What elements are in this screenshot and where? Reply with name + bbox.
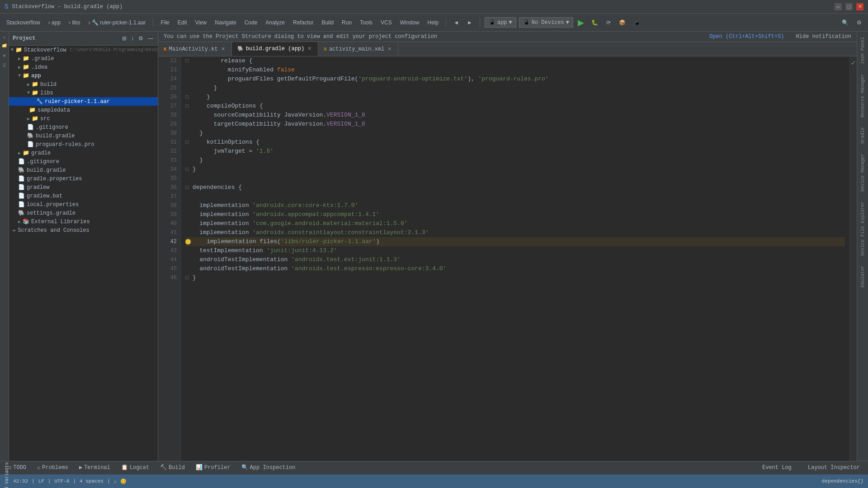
status-line-ending[interactable]: LF: [38, 479, 44, 484]
tree-item-buildgradle-app[interactable]: 🐘 build.gradle: [9, 131, 158, 140]
menu-run-btn[interactable]: Run: [339, 18, 354, 28]
bottom-tab-build[interactable]: 🔨 Build: [156, 463, 189, 473]
tree-item-proguard[interactable]: 📄 proguard-rules.pro: [9, 140, 158, 149]
menu-vcs-btn[interactable]: VCS: [378, 18, 395, 28]
tree-item-stackoverflow[interactable]: ▼ 📁 Stackoverflow C:\Users\Mobile Progra…: [9, 46, 158, 54]
tree-label-scratches: Scratches and Consoles: [18, 227, 89, 234]
project-view-type-btn[interactable]: ⊞: [121, 34, 127, 42]
device-icon: 📱: [523, 19, 530, 26]
linenum-39: 39: [162, 210, 177, 219]
tree-item-gradlew[interactable]: 📄 gradlew: [9, 183, 158, 192]
menu-tools-btn[interactable]: Tools: [357, 18, 375, 28]
tree-item-src[interactable]: ▶ 📁 src: [9, 114, 158, 123]
tab-close-activitymain[interactable]: ✕: [387, 46, 392, 52]
tree-item-local-props[interactable]: 📄 local.properties: [9, 200, 158, 209]
linenum-22: 22: [162, 56, 177, 66]
minimize-button[interactable]: ─: [835, 3, 842, 10]
menu-window-btn[interactable]: Window: [397, 18, 422, 28]
tree-label-idea: .idea: [31, 64, 47, 70]
tree-item-buildgradle-root[interactable]: 🐘 build.gradle: [9, 166, 158, 174]
status-encoding[interactable]: UTF-8: [54, 479, 69, 484]
tab-close-buildgradle[interactable]: ✕: [307, 46, 312, 52]
notification-open-link[interactable]: Open (Ctrl+Alt+Shift+S): [709, 33, 784, 40]
bottom-tab-appinspection[interactable]: 🔍 App Inspection: [237, 463, 300, 473]
left-icon-2[interactable]: 📁: [2, 43, 7, 49]
right-panel-gradle[interactable]: Gradle: [860, 126, 865, 145]
code-editor[interactable]: 22 23 24 25 26 27 28 29 30 31 32 33 34 3…: [158, 56, 857, 461]
app-selector[interactable]: 📱 app ▼: [485, 17, 516, 28]
sync-button[interactable]: ⟳: [604, 18, 613, 28]
search-everywhere-button[interactable]: 🔍: [839, 18, 851, 28]
tab-icon-xml: X: [324, 47, 327, 52]
sdk-manager-button[interactable]: 📦: [616, 18, 628, 28]
close-button[interactable]: ✕: [856, 3, 863, 10]
appinspection-label: App Inspection: [250, 465, 296, 471]
right-panel-emulator[interactable]: Emulator: [860, 264, 865, 289]
tree-item-gitignore-app[interactable]: 📄 .gitignore: [9, 123, 158, 131]
menu-refactor-btn[interactable]: Refactor: [290, 18, 316, 28]
status-build-variants-btn[interactable]: Build Variants: [5, 462, 9, 488]
right-panel-resource-manager[interactable]: Resource Manager: [860, 72, 865, 119]
left-icon-4[interactable]: ☰: [2, 63, 7, 68]
status-indent[interactable]: 4 spaces: [80, 479, 104, 484]
tree-item-libs[interactable]: ▼ 📁 libs: [9, 89, 158, 97]
code-line-39: implementation 'androidx.appcompat:appco…: [185, 210, 845, 219]
menu-edit-btn[interactable]: Edit: [175, 18, 190, 28]
notification-hide-link[interactable]: Hide notification: [796, 33, 851, 40]
tree-item-settings-gradle[interactable]: 🐘 settings.gradle: [9, 209, 158, 217]
code-line-24: proguardFiles getDefaultProguardFile('pr…: [185, 75, 845, 84]
menu-file[interactable]: Stackoverflow: [4, 18, 43, 28]
device-selector[interactable]: 📱 No Devices ▼: [519, 17, 573, 28]
avd-manager-button[interactable]: 📱: [631, 18, 643, 28]
bottom-tab-profiler[interactable]: 📊 Profiler: [191, 463, 235, 473]
menu-analyze-btn[interactable]: Analyze: [263, 18, 288, 28]
menu-code-btn[interactable]: Code: [242, 18, 260, 28]
code-line-30: }: [185, 129, 845, 138]
title-bar: S Stackoverflow - build.gradle (app) ─ □…: [0, 0, 868, 14]
maximize-button[interactable]: □: [845, 3, 853, 10]
tree-item-idea[interactable]: ▶ 📁 .idea: [9, 63, 158, 71]
left-icon-3[interactable]: ★: [2, 53, 7, 58]
tab-activitymain[interactable]: X activity_main.xml ✕: [318, 42, 398, 56]
run-button[interactable]: ▶: [576, 18, 586, 28]
menu-navigate-btn[interactable]: Navigate: [212, 18, 239, 28]
tree-item-gitignore-root[interactable]: 📄 .gitignore: [9, 157, 158, 166]
bottom-tab-eventlog[interactable]: Event Log: [758, 463, 796, 473]
settings-button[interactable]: ⚙: [854, 18, 864, 28]
tree-item-scratches[interactable]: ✏️ Scratches and Consoles: [9, 226, 158, 235]
right-panel-device-manager[interactable]: Device Manager: [860, 152, 865, 193]
menu-libs-breadcrumb[interactable]: › libs: [66, 18, 83, 28]
bottom-tab-layoutinspector[interactable]: Layout Inspector: [803, 463, 864, 473]
tree-item-sampledata[interactable]: 📁 sampledata: [9, 106, 158, 114]
linenum-33: 33: [162, 156, 177, 165]
code-content[interactable]: ◻ release { minifyEnabled false proguard…: [181, 56, 849, 461]
device-selector-arrow: ▼: [566, 19, 569, 26]
tab-mainactivity[interactable]: K MainActivity.kt ✕: [158, 42, 232, 56]
tree-item-app[interactable]: ▼ 📁 app: [9, 71, 158, 80]
project-sort-btn[interactable]: ↕: [130, 34, 135, 42]
tree-item-gradle-hidden[interactable]: ▶ 📁 .gradle: [9, 54, 158, 63]
nav-back-btn[interactable]: ◄: [451, 18, 462, 28]
right-panel-json[interactable]: Json Panel: [860, 35, 865, 66]
menu-aar-breadcrumb[interactable]: › 🔧 ruler-picker-1.1.aar: [85, 18, 148, 28]
tab-close-mainactivity[interactable]: ✕: [220, 46, 226, 52]
tree-item-gradle-props[interactable]: 📄 gradle.properties: [9, 174, 158, 183]
tree-item-gradlew-bat[interactable]: 📄 gradlew.bat: [9, 192, 158, 200]
tree-item-build[interactable]: ▶ 📁 build: [9, 80, 158, 89]
menu-view-btn[interactable]: View: [192, 18, 209, 28]
debug-button[interactable]: 🐛: [589, 18, 601, 28]
tree-label-gitignore-root: .gitignore: [27, 159, 59, 165]
tree-item-rulerpicker[interactable]: 🔧 ruler-picker-1.1.aar: [9, 97, 158, 106]
nav-forward-btn[interactable]: ►: [464, 18, 475, 28]
menu-help-btn[interactable]: Help: [425, 18, 441, 28]
project-settings-btn[interactable]: —: [147, 34, 154, 42]
left-icon-1[interactable]: ≡: [2, 36, 7, 39]
tree-item-gradle-root[interactable]: ▶ 📁 gradle: [9, 149, 158, 157]
tree-item-external-libs[interactable]: ▶ 📚 External Libraries: [9, 217, 158, 226]
menu-build-btn[interactable]: Build: [319, 18, 336, 28]
menu-file-btn[interactable]: File: [158, 18, 172, 28]
right-panel-file-explorer[interactable]: Device File Explorer: [860, 200, 865, 258]
project-gear-btn[interactable]: ⚙: [137, 34, 144, 42]
tab-buildgradle[interactable]: 🐘 build.gradle (app) ✕: [232, 42, 319, 56]
menu-app-breadcrumb[interactable]: › app: [46, 18, 63, 28]
